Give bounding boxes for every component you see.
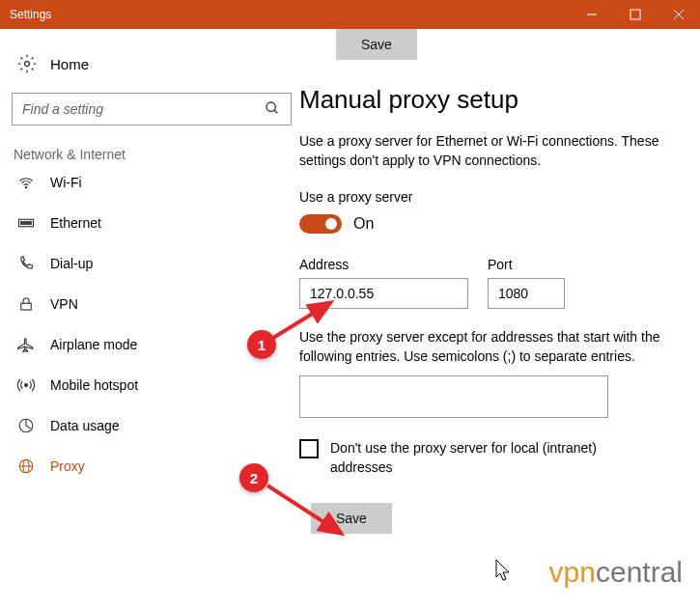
sidebar-item-hotspot[interactable]: Mobile hotspot bbox=[12, 365, 290, 405]
description: Use a proxy server for Ethernet or Wi-Fi… bbox=[299, 132, 666, 170]
home-link[interactable]: Home bbox=[12, 46, 290, 87]
main: Save Manual proxy setup Use a proxy serv… bbox=[299, 29, 700, 610]
svg-rect-13 bbox=[21, 303, 32, 310]
gear-icon bbox=[17, 54, 37, 73]
except-text: Use the proxy server except for addresse… bbox=[299, 328, 666, 366]
nav-label: Dial-up bbox=[50, 256, 93, 271]
dialup-icon bbox=[17, 255, 35, 272]
svg-point-7 bbox=[25, 187, 27, 189]
minimize-button[interactable] bbox=[570, 0, 613, 29]
svg-rect-10 bbox=[24, 222, 26, 225]
window-title: Settings bbox=[10, 8, 51, 21]
nav-label: VPN bbox=[50, 296, 78, 312]
svg-point-5 bbox=[266, 102, 275, 111]
svg-point-14 bbox=[25, 384, 28, 387]
nav-label: Proxy bbox=[50, 458, 85, 474]
maximize-button[interactable] bbox=[613, 0, 657, 29]
proxy-toggle[interactable] bbox=[299, 214, 342, 234]
sidebar: Home Network & Internet Wi-Fi Ethernet D… bbox=[0, 29, 299, 610]
nav-label: Airplane mode bbox=[50, 337, 137, 352]
svg-rect-9 bbox=[21, 222, 23, 225]
port-label: Port bbox=[488, 257, 565, 272]
close-button[interactable] bbox=[657, 0, 700, 29]
sidebar-item-vpn[interactable]: VPN bbox=[12, 284, 290, 324]
search-icon bbox=[265, 100, 280, 116]
group-label: Network & Internet bbox=[12, 147, 290, 172]
hotspot-icon bbox=[17, 376, 35, 394]
sidebar-item-datausage[interactable]: Data usage bbox=[12, 405, 290, 446]
search-wrapper bbox=[12, 93, 290, 125]
titlebar: Settings bbox=[0, 0, 700, 29]
annotation-arrow-1 bbox=[268, 294, 346, 347]
airplane-icon bbox=[17, 336, 35, 353]
svg-rect-11 bbox=[27, 222, 29, 225]
home-label: Home bbox=[50, 56, 89, 72]
heading: Manual proxy setup bbox=[299, 85, 683, 115]
cursor-icon bbox=[494, 558, 512, 581]
wifi-icon bbox=[17, 174, 35, 191]
svg-line-6 bbox=[274, 110, 277, 113]
data-usage-icon bbox=[17, 417, 35, 434]
checkbox-label: Don't use the proxy server for local (in… bbox=[330, 439, 658, 477]
toggle-state: On bbox=[353, 215, 374, 233]
nav-label: Wi-Fi bbox=[50, 175, 82, 190]
sidebar-item-ethernet[interactable]: Ethernet bbox=[12, 203, 290, 243]
svg-line-20 bbox=[267, 485, 342, 534]
svg-line-19 bbox=[273, 302, 331, 338]
address-label: Address bbox=[299, 257, 468, 272]
nav-label: Mobile hotspot bbox=[50, 377, 138, 393]
annotation-arrow-2 bbox=[263, 481, 359, 548]
svg-rect-12 bbox=[30, 222, 32, 225]
sidebar-item-wifi[interactable]: Wi-Fi bbox=[12, 172, 290, 203]
port-input[interactable] bbox=[488, 278, 565, 309]
except-textarea[interactable] bbox=[299, 375, 608, 418]
nav-label: Data usage bbox=[50, 418, 120, 433]
nav-label: Ethernet bbox=[50, 215, 101, 231]
vpn-icon bbox=[17, 295, 35, 313]
ethernet-icon bbox=[17, 214, 35, 232]
save-button-top[interactable]: Save bbox=[336, 29, 417, 60]
local-addresses-checkbox[interactable] bbox=[299, 439, 319, 458]
watermark-logo: vpncentral bbox=[549, 556, 683, 589]
search-input[interactable] bbox=[12, 93, 292, 125]
sidebar-item-dialup[interactable]: Dial-up bbox=[12, 243, 290, 284]
svg-point-4 bbox=[25, 62, 30, 67]
proxy-icon bbox=[17, 458, 35, 475]
svg-rect-1 bbox=[630, 10, 640, 19]
use-proxy-label: Use a proxy server bbox=[299, 189, 683, 205]
